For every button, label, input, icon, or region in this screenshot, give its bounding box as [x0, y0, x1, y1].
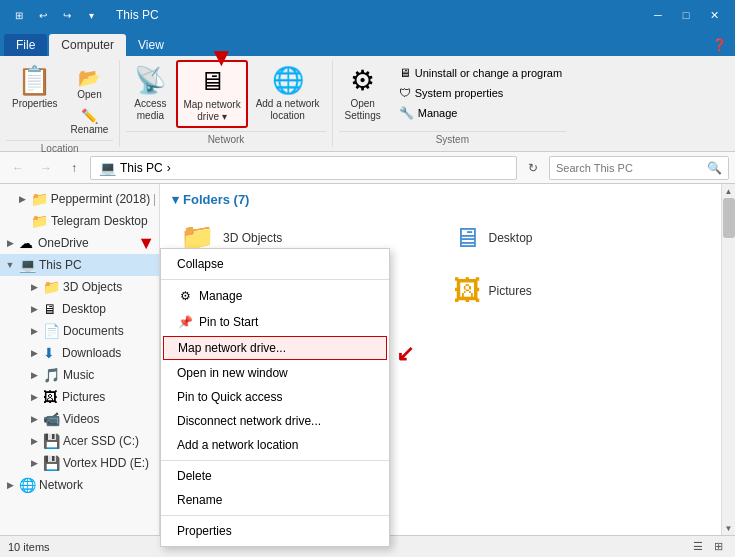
telegram-label: Telegram Desktop — [51, 214, 148, 228]
manage-label: Manage — [418, 107, 458, 119]
ctx-delete[interactable]: Delete — [161, 464, 389, 488]
uninstall-icon: 🖥 — [399, 66, 411, 80]
folder-pictures-icon: 🖼 — [453, 274, 481, 307]
documents-label: Documents — [63, 324, 124, 338]
sidebar-item-vortexhdd[interactable]: ▶ 💾 Vortex HDD (E:) — [0, 452, 159, 474]
acerssd-label: Acer SSD (C:) — [63, 434, 139, 448]
sidebar-item-telegram[interactable]: 📁 Telegram Desktop — [0, 210, 159, 232]
search-input[interactable] — [556, 162, 703, 174]
scroll-up-arrow[interactable]: ▲ — [722, 184, 736, 198]
ribbon-group-network: ▼ 📡 Accessmedia 🖥 Map networkdrive ▾ 🌐 A… — [120, 60, 332, 147]
downloads-label: Downloads — [62, 346, 121, 360]
toggle-vortexhdd: ▶ — [28, 458, 40, 468]
ctx-pin-start[interactable]: 📌 Pin to Start — [161, 309, 389, 335]
sidebar-item-peppermint[interactable]: ▶ 📁 Peppermint (2018) | — [0, 188, 159, 210]
up-button[interactable]: ↑ — [62, 156, 86, 180]
uninstall-button[interactable]: 🖥 Uninstall or change a program — [395, 64, 566, 82]
ctx-pin-start-icon: 📌 — [177, 314, 193, 330]
uninstall-label: Uninstall or change a program — [415, 67, 562, 79]
vortexhdd-label: Vortex HDD (E:) — [63, 456, 149, 470]
tab-view[interactable]: View — [126, 34, 176, 56]
sidebar-item-pictures[interactable]: ▶ 🖼 Pictures — [0, 386, 159, 408]
open-button[interactable]: 📂 Open — [66, 64, 114, 103]
system-props-icon: 🛡 — [399, 86, 411, 100]
ctx-rename[interactable]: Rename — [161, 488, 389, 512]
ctx-pin-quick-access[interactable]: Pin to Quick access — [161, 385, 389, 409]
ctx-manage[interactable]: ⚙ Manage — [161, 283, 389, 309]
properties-button[interactable]: 📋 Properties — [6, 60, 64, 114]
back-button[interactable]: ← — [6, 156, 30, 180]
access-media-button[interactable]: 📡 Accessmedia — [126, 60, 174, 126]
location-group-label: Location — [6, 140, 113, 156]
scroll-down-arrow[interactable]: ▼ — [722, 521, 736, 535]
quick-access-redo[interactable]: ↪ — [56, 4, 78, 26]
ctx-properties[interactable]: Properties — [161, 519, 389, 543]
ctx-open-new-window[interactable]: Open in new window — [161, 361, 389, 385]
ctx-manage-label: Manage — [199, 289, 242, 303]
sidebar-item-documents[interactable]: ▶ 📄 Documents — [0, 320, 159, 342]
vortexhdd-icon: 💾 — [43, 455, 60, 471]
scroll-thumb[interactable] — [723, 198, 735, 238]
ctx-map-network-drive[interactable]: Map network drive... ↙ — [163, 336, 387, 360]
ctx-divider-1 — [161, 279, 389, 280]
sidebar-item-acerssd[interactable]: ▶ 💾 Acer SSD (C:) — [0, 430, 159, 452]
thispc-label: This PC — [39, 258, 82, 272]
help-button[interactable]: ❓ — [704, 34, 735, 56]
folder-item-desktop[interactable]: 🖥 Desktop — [445, 215, 710, 260]
forward-button[interactable]: → — [34, 156, 58, 180]
properties-icon: 📋 — [19, 64, 51, 96]
telegram-icon: 📁 — [31, 213, 48, 229]
maximize-button[interactable]: □ — [673, 5, 699, 25]
sidebar-item-music[interactable]: ▶ 🎵 Music — [0, 364, 159, 386]
large-icons-view-button[interactable]: ⊞ — [709, 538, 727, 556]
desktop-icon: 🖥 — [43, 301, 59, 317]
ctx-open-new-window-label: Open in new window — [177, 366, 288, 380]
rename-button[interactable]: ✏️ Rename — [66, 105, 114, 138]
ctx-pin-quick-access-label: Pin to Quick access — [177, 390, 282, 404]
ctx-collapse[interactable]: Collapse — [161, 252, 389, 276]
close-button[interactable]: ✕ — [701, 5, 727, 25]
ctx-add-network-location[interactable]: Add a network location — [161, 433, 389, 457]
open-settings-button[interactable]: ⚙ OpenSettings — [339, 60, 387, 126]
ribbon: 📋 Properties 📂 Open ✏️ Rename Location ▼… — [0, 56, 735, 152]
ctx-divider-3 — [161, 515, 389, 516]
scrollbar[interactable]: ▲ ▼ — [721, 184, 735, 535]
quick-access-properties[interactable]: ⊞ — [8, 4, 30, 26]
settings-label: OpenSettings — [345, 98, 381, 122]
sidebar-item-downloads[interactable]: ▶ ⬇ Downloads — [0, 342, 159, 364]
sidebar-item-network[interactable]: ▶ 🌐 Network — [0, 474, 159, 496]
tab-file[interactable]: File — [4, 34, 47, 56]
minimize-button[interactable]: ─ — [645, 5, 671, 25]
scroll-track[interactable] — [722, 198, 735, 521]
refresh-button[interactable]: ↻ — [521, 156, 545, 180]
ctx-disconnect-network[interactable]: Disconnect network drive... — [161, 409, 389, 433]
title-bar: ⊞ ↩ ↪ ▾ This PC ─ □ ✕ — [0, 0, 735, 30]
quick-access-more[interactable]: ▾ — [80, 4, 102, 26]
manage-icon: 🔧 — [399, 106, 414, 120]
sidebar-item-thispc[interactable]: ▼ 💻 This PC — [0, 254, 159, 276]
ctx-rename-label: Rename — [177, 493, 222, 507]
quick-access-undo[interactable]: ↩ — [32, 4, 54, 26]
sidebar-item-videos[interactable]: ▶ 📹 Videos — [0, 408, 159, 430]
toggle-3dobjects: ▶ — [28, 282, 40, 292]
network-group-label: Network — [126, 131, 325, 147]
sidebar-item-onedrive[interactable]: ▶ ☁ OneDrive ▼ — [0, 232, 159, 254]
add-network-location-button[interactable]: 🌐 Add a networklocation — [250, 60, 326, 126]
toggle-music: ▶ — [28, 370, 40, 380]
peppermint-icon: 📁 — [31, 191, 48, 207]
ctx-divider-2 — [161, 460, 389, 461]
system-properties-button[interactable]: 🛡 System properties — [395, 84, 566, 102]
address-path[interactable]: 💻 This PC › — [90, 156, 517, 180]
folder-item-pictures[interactable]: 🖼 Pictures — [445, 268, 710, 313]
ctx-map-network-label: Map network drive... — [178, 341, 286, 355]
toggle-telegram — [16, 216, 28, 226]
manage-button[interactable]: 🔧 Manage — [395, 104, 566, 122]
sidebar-item-3dobjects[interactable]: ▶ 📁 3D Objects — [0, 276, 159, 298]
3dobjects-label: 3D Objects — [63, 280, 122, 294]
sidebar-item-desktop[interactable]: ▶ 🖥 Desktop — [0, 298, 159, 320]
toggle-thispc: ▼ — [4, 260, 16, 270]
details-view-button[interactable]: ☰ — [689, 538, 707, 556]
music-label: Music — [63, 368, 94, 382]
onedrive-icon: ☁ — [19, 235, 35, 251]
tab-computer[interactable]: Computer — [49, 34, 126, 56]
